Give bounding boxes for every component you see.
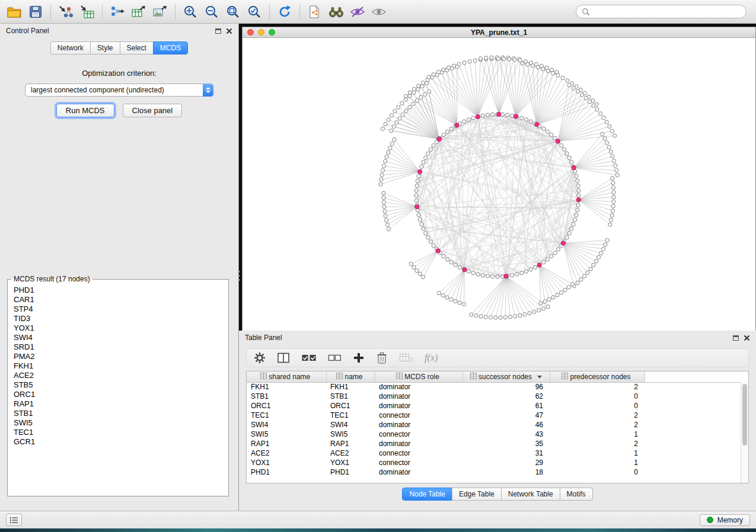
export-table-button[interactable] bbox=[128, 3, 149, 21]
toolbar-separator bbox=[299, 4, 300, 20]
table-row[interactable]: PHD1PHD1dominator180 bbox=[247, 467, 741, 477]
scrollbar-thumb[interactable] bbox=[742, 384, 747, 446]
tab-network[interactable]: Network bbox=[50, 41, 91, 55]
list-icon bbox=[9, 517, 18, 524]
zoom-selected-button[interactable] bbox=[244, 3, 265, 21]
mcds-result-item[interactable]: YOX1 bbox=[14, 323, 222, 333]
table-cell: 0 bbox=[550, 401, 645, 411]
mcds-result-item[interactable]: STB1 bbox=[14, 409, 222, 418]
gear-icon bbox=[254, 352, 266, 364]
export-network-button[interactable] bbox=[107, 3, 128, 21]
table-panel-title: Table Panel bbox=[245, 334, 282, 342]
window-zoom-button[interactable] bbox=[269, 29, 275, 36]
mcds-result-item[interactable]: STB5 bbox=[14, 380, 222, 390]
column-header-successor-nodes[interactable]: successor nodes bbox=[462, 371, 550, 382]
function-builder-button[interactable]: f(x) bbox=[425, 352, 438, 363]
table-cell bbox=[645, 392, 741, 401]
close-panel-icon[interactable] bbox=[744, 335, 750, 341]
float-panel-icon[interactable] bbox=[733, 335, 739, 341]
close-panel-button[interactable]: Close panel bbox=[123, 104, 183, 117]
mcds-result-item[interactable]: STP4 bbox=[14, 305, 222, 314]
mcds-result-item[interactable]: PHD1 bbox=[14, 286, 222, 295]
trash-icon bbox=[376, 351, 388, 364]
tab-node-table[interactable]: Node Table bbox=[402, 488, 452, 501]
control-panel-title: Control Panel bbox=[6, 27, 49, 35]
import-table-button[interactable] bbox=[76, 3, 98, 21]
table-settings-button[interactable] bbox=[254, 352, 266, 364]
float-panel-icon[interactable] bbox=[215, 28, 221, 34]
table-cell: 18 bbox=[462, 467, 550, 477]
mcds-result-item[interactable]: SRD1 bbox=[14, 342, 222, 352]
table-cell bbox=[645, 411, 741, 420]
column-header-mcds-role[interactable]: MCDS role bbox=[375, 371, 462, 382]
zoom-fit-button[interactable] bbox=[222, 3, 244, 21]
share-document-button[interactable] bbox=[304, 3, 326, 21]
table-row[interactable]: FKH1FKH1dominator962 bbox=[247, 382, 741, 392]
window-close-button[interactable] bbox=[247, 29, 254, 36]
column-header-name[interactable]: name bbox=[326, 371, 375, 382]
table-row[interactable]: RAP1RAP1dominator352 bbox=[247, 439, 741, 448]
mcds-result-item[interactable]: FKH1 bbox=[14, 361, 222, 371]
show-columns-button[interactable] bbox=[277, 352, 290, 364]
mcds-result-item[interactable]: GCR1 bbox=[14, 437, 222, 447]
refresh-button[interactable] bbox=[274, 3, 295, 21]
tab-edge-table[interactable]: Edge Table bbox=[452, 488, 502, 501]
table-row[interactable]: SWI5SWI5connector431 bbox=[247, 430, 741, 439]
mcds-result-item[interactable]: SWI4 bbox=[14, 333, 222, 342]
run-mcds-button[interactable]: Run MCDS bbox=[56, 104, 114, 117]
tab-network-table[interactable]: Network Table bbox=[501, 488, 560, 501]
criterion-dropdown[interactable]: largest connected component (undirected) bbox=[25, 84, 213, 97]
table-row[interactable]: STB1STB1dominator620 bbox=[247, 392, 741, 401]
network-canvas[interactable] bbox=[243, 38, 755, 331]
table-row[interactable]: ORC1ORC1dominator610 bbox=[247, 401, 741, 411]
zoom-out-button[interactable] bbox=[201, 3, 222, 21]
tab-mcds[interactable]: MCDS bbox=[153, 41, 188, 55]
find-button[interactable] bbox=[326, 3, 347, 21]
column-header-predecessor-nodes[interactable]: predecessor nodes bbox=[550, 371, 645, 382]
mcds-result-item[interactable]: TEC1 bbox=[14, 428, 222, 437]
table-row[interactable]: YOX1YOX1connector291 bbox=[247, 458, 741, 467]
mcds-result-item[interactable]: ORC1 bbox=[14, 390, 222, 399]
import-network-button[interactable] bbox=[55, 3, 76, 21]
table-cell bbox=[645, 401, 741, 411]
table-cell: 47 bbox=[462, 411, 550, 420]
tab-select[interactable]: Select bbox=[120, 41, 154, 55]
mcds-result-item[interactable]: ACE2 bbox=[14, 371, 222, 380]
table-cell: ORC1 bbox=[326, 401, 375, 411]
table-row[interactable]: SWI4SWI4dominator462 bbox=[247, 420, 741, 430]
mcds-result-item[interactable]: TID3 bbox=[14, 314, 222, 323]
hide-annotations-button[interactable] bbox=[347, 3, 368, 21]
import-table-disabled-button[interactable] bbox=[399, 352, 413, 363]
tab-style[interactable]: Style bbox=[90, 41, 120, 55]
mcds-result-item[interactable]: RAP1 bbox=[14, 399, 222, 409]
export-image-button[interactable] bbox=[149, 3, 171, 21]
window-minimize-button[interactable] bbox=[258, 29, 264, 36]
table-cell bbox=[645, 420, 741, 430]
column-header-filler bbox=[645, 371, 741, 382]
open-session-button[interactable] bbox=[4, 3, 25, 21]
binoculars-icon bbox=[328, 5, 344, 18]
table-row[interactable]: TEC1TEC1connector472 bbox=[247, 411, 741, 420]
search-input[interactable] bbox=[594, 8, 741, 16]
save-session-button[interactable] bbox=[25, 3, 46, 21]
sort-icon bbox=[470, 373, 477, 379]
column-header-shared-name[interactable]: shared name bbox=[247, 371, 326, 382]
delete-column-button[interactable] bbox=[376, 351, 388, 364]
table-scrollbar[interactable] bbox=[741, 383, 748, 483]
select-all-button[interactable] bbox=[301, 352, 317, 363]
mcds-result-item[interactable]: SWI5 bbox=[14, 418, 222, 428]
tab-motifs[interactable]: Motifs bbox=[560, 488, 593, 501]
memory-button[interactable]: Memory bbox=[700, 514, 750, 526]
mcds-result-item[interactable]: CAR1 bbox=[14, 295, 222, 305]
show-graphics-details-button[interactable] bbox=[368, 3, 390, 21]
show-panels-button[interactable] bbox=[6, 514, 22, 526]
zoom-fit-icon bbox=[226, 5, 240, 19]
add-column-button[interactable] bbox=[353, 352, 365, 364]
panel-splitter[interactable] bbox=[237, 265, 241, 286]
close-panel-icon[interactable] bbox=[226, 28, 232, 34]
zoom-in-button[interactable] bbox=[180, 3, 201, 21]
table-row[interactable]: ACE2ACE2connector311 bbox=[247, 448, 741, 458]
deselect-all-button[interactable] bbox=[328, 352, 342, 363]
table-header-row: shared name name MCDS role successor nod… bbox=[247, 371, 741, 382]
mcds-result-item[interactable]: PMA2 bbox=[14, 352, 222, 361]
